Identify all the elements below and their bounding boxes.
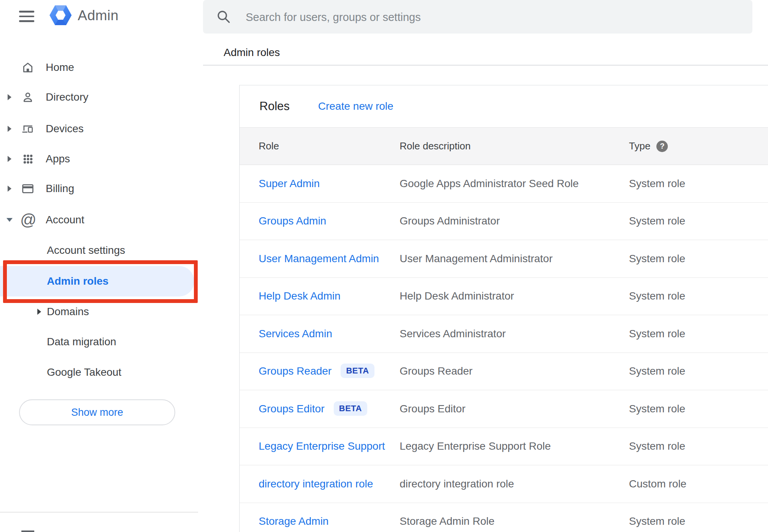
roles-card: Roles Create new role Role Role descript… xyxy=(239,85,768,532)
column-header-role-description: Role description xyxy=(400,128,470,165)
sidebar-item-account[interactable]: @ Account xyxy=(0,208,202,232)
role-link[interactable]: User Management Admin xyxy=(259,253,379,265)
help-icon[interactable]: ? xyxy=(656,141,668,152)
beta-badge: BETA xyxy=(334,401,367,416)
chevron-right-icon[interactable] xyxy=(8,186,11,192)
role-type: System role xyxy=(629,178,685,190)
sidebar-item-label: Directory xyxy=(46,91,88,103)
chevron-right-icon[interactable] xyxy=(37,309,41,315)
column-header-type: Type ? xyxy=(629,128,668,165)
page-title: Admin roles xyxy=(224,46,280,59)
sidebar-item-label: Home xyxy=(46,61,74,74)
table-row: Services Admin Services Administrator Sy… xyxy=(240,315,768,353)
sidebar-item-label: Data migration xyxy=(47,336,116,348)
role-link[interactable]: Services Admin xyxy=(259,328,332,340)
admin-logo-icon xyxy=(50,3,72,27)
sidebar-item-label: Google Takeout xyxy=(47,366,122,378)
table-row: Storage Admin Storage Admin Role System … xyxy=(240,503,768,532)
role-link[interactable]: Groups Reader xyxy=(259,365,331,377)
role-description: Help Desk Administrator xyxy=(400,290,514,302)
sidebar-item-label: Apps xyxy=(46,153,70,165)
page-divider xyxy=(203,65,768,66)
role-type: System role xyxy=(629,253,685,265)
role-type: Custom role xyxy=(629,478,686,490)
person-icon xyxy=(21,91,34,104)
sidebar-item-label: Billing xyxy=(46,183,74,195)
google-admin-console: Admin Home Directory xyxy=(0,0,768,532)
sidebar-item-google-takeout[interactable]: Google Takeout xyxy=(0,360,202,385)
role-link[interactable]: Legacy Enterprise Support xyxy=(259,440,385,452)
role-description: Storage Admin Role xyxy=(400,515,494,527)
chevron-right-icon[interactable] xyxy=(8,126,11,132)
menu-icon[interactable] xyxy=(19,11,34,22)
apps-grid-icon xyxy=(21,152,34,165)
sidebar-item-label: Devices xyxy=(46,123,84,135)
sidebar-item-admin-roles[interactable]: Admin roles xyxy=(0,266,194,296)
role-type: System role xyxy=(629,515,685,527)
role-type: System role xyxy=(629,215,685,227)
role-link[interactable]: Groups Editor xyxy=(259,403,325,415)
role-link[interactable]: Storage Admin xyxy=(259,515,329,527)
table-row: directory integration role directory int… xyxy=(240,465,768,503)
at-sign-icon: @ xyxy=(20,212,37,228)
role-description: Groups Editor xyxy=(400,403,466,415)
roles-card-header: Roles Create new role xyxy=(240,85,768,127)
sidebar-item-directory[interactable]: Directory xyxy=(0,85,202,109)
role-type: System role xyxy=(629,403,685,415)
table-row: Groups Admin Groups Administrator System… xyxy=(240,203,768,240)
role-type: System role xyxy=(629,365,685,377)
create-new-role-link[interactable]: Create new role xyxy=(318,100,394,112)
table-row: Legacy Enterprise Support Legacy Enterpr… xyxy=(240,428,768,466)
sidebar-item-label: Account settings xyxy=(47,244,125,256)
search-input[interactable] xyxy=(245,0,738,34)
table-row: Groups Editor BETA Groups Editor System … xyxy=(240,390,768,428)
sidebar-item-label: Account xyxy=(46,214,84,226)
role-type: System role xyxy=(629,328,685,340)
home-icon xyxy=(21,61,34,74)
chevron-right-icon[interactable] xyxy=(8,94,11,100)
role-description: Groups Administrator xyxy=(400,215,500,227)
role-description: User Management Administrator xyxy=(400,253,553,265)
show-more-button[interactable]: Show more xyxy=(19,399,175,425)
role-description: Groups Reader xyxy=(400,365,472,377)
role-type: System role xyxy=(629,440,685,452)
table-header-row: Role Role description Type ? xyxy=(240,127,768,165)
clipped-bottom-icon xyxy=(21,530,34,532)
search-bar[interactable] xyxy=(203,0,752,34)
roles-card-title: Roles xyxy=(259,99,290,113)
sidebar-item-account-settings[interactable]: Account settings xyxy=(0,238,202,263)
sidebar-item-home[interactable]: Home xyxy=(0,55,202,80)
role-link[interactable]: Groups Admin xyxy=(259,215,326,227)
role-description: Legacy Enterprise Support Role xyxy=(400,440,551,452)
sidebar: Admin Home Directory xyxy=(0,0,202,532)
sidebar-item-billing[interactable]: Billing xyxy=(0,176,202,201)
role-link[interactable]: directory integration role xyxy=(259,478,373,490)
search-icon xyxy=(216,10,231,24)
sidebar-item-devices[interactable]: Devices xyxy=(0,117,202,141)
credit-card-icon xyxy=(21,182,34,195)
table-row: Groups Reader BETA Groups Reader System … xyxy=(240,353,768,391)
column-header-role: Role xyxy=(259,128,279,165)
chevron-right-icon[interactable] xyxy=(8,156,11,162)
role-type: System role xyxy=(629,290,685,302)
sidebar-item-domains[interactable]: Domains xyxy=(0,300,202,324)
sidebar-item-label: Admin roles xyxy=(47,275,109,287)
chevron-down-icon[interactable] xyxy=(6,218,13,222)
devices-icon xyxy=(21,122,34,135)
role-description: Services Administrator xyxy=(400,328,506,340)
table-row: Super Admin Google Apps Administrator Se… xyxy=(240,165,768,203)
sidebar-item-data-migration[interactable]: Data migration xyxy=(0,330,202,354)
sidebar-item-apps[interactable]: Apps xyxy=(0,147,202,171)
role-link[interactable]: Help Desk Admin xyxy=(259,290,341,302)
brand-title: Admin xyxy=(78,8,118,24)
table-row: Help Desk Admin Help Desk Administrator … xyxy=(240,278,768,316)
table-row: User Management Admin User Management Ad… xyxy=(240,240,768,278)
sidebar-item-label: Domains xyxy=(47,306,89,318)
role-link[interactable]: Super Admin xyxy=(259,178,320,190)
role-description: directory integration role xyxy=(400,478,514,490)
sidebar-divider xyxy=(0,512,198,513)
role-description: Google Apps Administrator Seed Role xyxy=(400,178,579,190)
beta-badge: BETA xyxy=(341,364,374,378)
